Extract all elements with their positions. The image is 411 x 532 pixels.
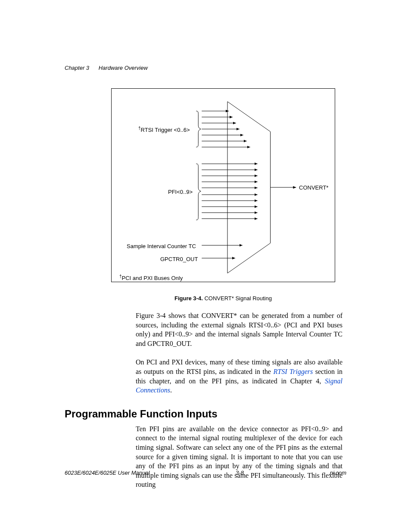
footer-left: 6023E/6024E/6025E User Manual	[65, 470, 149, 476]
gpctr-label: GPCTR0_OUT	[160, 256, 198, 262]
footer-right: ni.com	[330, 470, 346, 476]
chapter-title: Hardware Overview	[99, 65, 148, 71]
paragraph-1: Figure 3-4 shows that CONVERT* can be ge…	[136, 311, 342, 348]
figure-caption-text: CONVERT* Signal Routing	[204, 295, 272, 302]
footer-center: 3-8	[236, 470, 244, 476]
figure-number: Figure 3-4.	[174, 295, 203, 302]
output-label: CONVERT*	[299, 184, 328, 191]
footnote-label: †PCI and PXI Buses Only	[119, 274, 183, 281]
section-heading: Programmable Function Inputs	[65, 408, 346, 420]
page: Chapter 3 Hardware Overview	[0, 0, 411, 532]
pfi-label: PFI<0..9>	[168, 189, 193, 195]
paragraph-3: Ten PFI pins are available on the device…	[136, 424, 342, 489]
rtsi-triggers-link[interactable]: RTSI Triggers	[273, 368, 313, 375]
figure-3-4: †RTSI Trigger <0..6> PFI<0..9> Sample In…	[111, 88, 335, 282]
page-footer: 6023E/6024E/6025E User Manual 3-8 ni.com	[65, 470, 346, 476]
running-header: Chapter 3 Hardware Overview	[65, 65, 346, 71]
chapter-number: Chapter 3	[65, 65, 89, 71]
paragraph-2: On PCI and PXI devices, many of these ti…	[136, 358, 342, 395]
sample-label: Sample Interval Counter TC	[127, 243, 196, 249]
rtsi-label: †RTSI Trigger <0..6>	[138, 126, 190, 133]
figure-caption: Figure 3-4. CONVERT* Signal Routing	[111, 295, 335, 302]
